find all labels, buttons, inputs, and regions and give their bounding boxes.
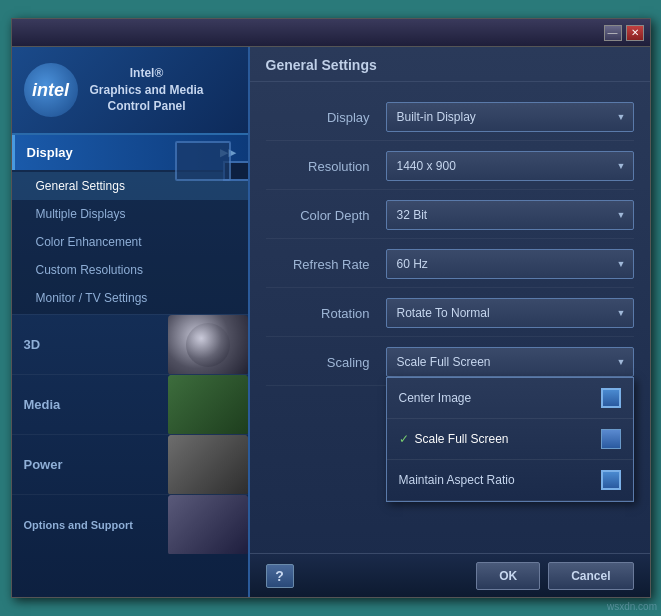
popup-item-maintain-aspect[interactable]: Maintain Aspect Ratio: [387, 460, 633, 501]
watermark: wsxdn.com: [607, 601, 657, 612]
resolution-setting-row: Resolution 1440 x 900 1280 x 800: [266, 143, 634, 190]
monitor-icon-large: [175, 141, 231, 181]
bottom-bar: ? OK Cancel: [250, 553, 650, 597]
scaling-dropdown-wrapper: Scale Full Screen Center Image Maintain …: [386, 347, 634, 377]
scaling-control: Scale Full Screen Center Image Maintain …: [386, 347, 634, 377]
sidebar-item-monitor-tv-settings[interactable]: Monitor / TV Settings: [12, 284, 248, 312]
help-button[interactable]: ?: [266, 564, 294, 588]
rotation-dropdown[interactable]: Rotate To Normal Rotate 90° Rotate 180° …: [386, 298, 634, 328]
action-buttons: OK Cancel: [476, 562, 633, 590]
scaling-label: Scaling: [266, 355, 386, 370]
resolution-dropdown-wrapper: 1440 x 900 1280 x 800: [386, 151, 634, 181]
3d-thumbnail: [168, 315, 248, 374]
display-setting-row: Display Built-in Display External Displa…: [266, 94, 634, 141]
color-depth-dropdown-wrapper: 32 Bit 16 Bit: [386, 200, 634, 230]
sidebar-item-color-enhancement[interactable]: Color Enhancement: [12, 228, 248, 256]
resolution-dropdown[interactable]: 1440 x 900 1280 x 800: [386, 151, 634, 181]
color-depth-control: 32 Bit 16 Bit: [386, 200, 634, 230]
display-label: Display: [266, 110, 386, 125]
ok-button[interactable]: OK: [476, 562, 540, 590]
display-nav-label: Display: [27, 145, 73, 160]
refresh-rate-control: 60 Hz 75 Hz: [386, 249, 634, 279]
center-image-checkbox[interactable]: [601, 388, 621, 408]
panel-title: General Settings: [250, 47, 650, 82]
sidebar-navigation: Display ▶▶ General Settings: [12, 135, 248, 597]
right-panel: General Settings Display Built-in Displa…: [250, 47, 650, 597]
rotation-setting-row: Rotation Rotate To Normal Rotate 90° Rot…: [266, 290, 634, 337]
title-bar: — ✕: [12, 19, 650, 47]
sidebar-item-3d[interactable]: 3D: [12, 314, 248, 374]
power-thumbnail: [168, 435, 248, 494]
checkmark-icon: ✓: [399, 432, 409, 446]
cancel-button[interactable]: Cancel: [548, 562, 633, 590]
options-thumbnail: [168, 495, 248, 554]
resolution-label: Resolution: [266, 159, 386, 174]
settings-area: Display Built-in Display External Displa…: [250, 82, 650, 553]
maintain-aspect-checkbox[interactable]: [601, 470, 621, 490]
scaling-dropdown[interactable]: Scale Full Screen Center Image Maintain …: [386, 347, 634, 377]
display-control: Built-in Display External Display: [386, 102, 634, 132]
scaling-setting-row: Scaling Scale Full Screen Center Image M…: [266, 339, 634, 386]
display-dropdown-wrapper: Built-in Display External Display: [386, 102, 634, 132]
close-button[interactable]: ✕: [626, 25, 644, 41]
color-depth-label: Color Depth: [266, 208, 386, 223]
refresh-rate-dropdown[interactable]: 60 Hz 75 Hz: [386, 249, 634, 279]
nav-section-display: Display ▶▶ General Settings: [12, 135, 248, 314]
minimize-button[interactable]: —: [604, 25, 622, 41]
sidebar-header: intel Intel®Graphics and MediaControl Pa…: [12, 47, 248, 135]
intel-logo: intel: [24, 63, 78, 117]
rotation-dropdown-wrapper: Rotate To Normal Rotate 90° Rotate 180° …: [386, 298, 634, 328]
main-content: intel Intel®Graphics and MediaControl Pa…: [12, 47, 650, 597]
color-depth-dropdown[interactable]: 32 Bit 16 Bit: [386, 200, 634, 230]
media-thumbnail: [168, 375, 248, 434]
sidebar-item-power[interactable]: Power: [12, 434, 248, 494]
sidebar-title: Intel®Graphics and MediaControl Panel: [90, 65, 204, 115]
sidebar-item-custom-resolutions[interactable]: Custom Resolutions: [12, 256, 248, 284]
main-window: — ✕ intel Intel®Graphics and MediaContro…: [11, 18, 651, 598]
display-thumbnail: [178, 135, 248, 187]
sidebar-item-display[interactable]: Display ▶▶: [12, 135, 248, 170]
scale-full-screen-checkbox[interactable]: [601, 429, 621, 449]
rotation-control: Rotate To Normal Rotate 90° Rotate 180° …: [386, 298, 634, 328]
sidebar: intel Intel®Graphics and MediaControl Pa…: [12, 47, 250, 597]
refresh-rate-setting-row: Refresh Rate 60 Hz 75 Hz: [266, 241, 634, 288]
color-depth-setting-row: Color Depth 32 Bit 16 Bit: [266, 192, 634, 239]
display-dropdown[interactable]: Built-in Display External Display: [386, 102, 634, 132]
popup-item-scale-full-screen[interactable]: ✓ Scale Full Screen: [387, 419, 633, 460]
display-sub-nav: General Settings Multiple Displays Color…: [12, 170, 248, 314]
sidebar-item-options-support[interactable]: Options and Support: [12, 494, 248, 554]
sidebar-item-multiple-displays[interactable]: Multiple Displays: [12, 200, 248, 228]
rotation-label: Rotation: [266, 306, 386, 321]
window-controls: — ✕: [604, 25, 644, 41]
refresh-rate-label: Refresh Rate: [266, 257, 386, 272]
popup-item-center-image[interactable]: Center Image: [387, 378, 633, 419]
resolution-control: 1440 x 900 1280 x 800: [386, 151, 634, 181]
scaling-popup: Center Image ✓ Scale Full Screen: [386, 377, 634, 502]
refresh-rate-dropdown-wrapper: 60 Hz 75 Hz: [386, 249, 634, 279]
sidebar-item-media[interactable]: Media: [12, 374, 248, 434]
